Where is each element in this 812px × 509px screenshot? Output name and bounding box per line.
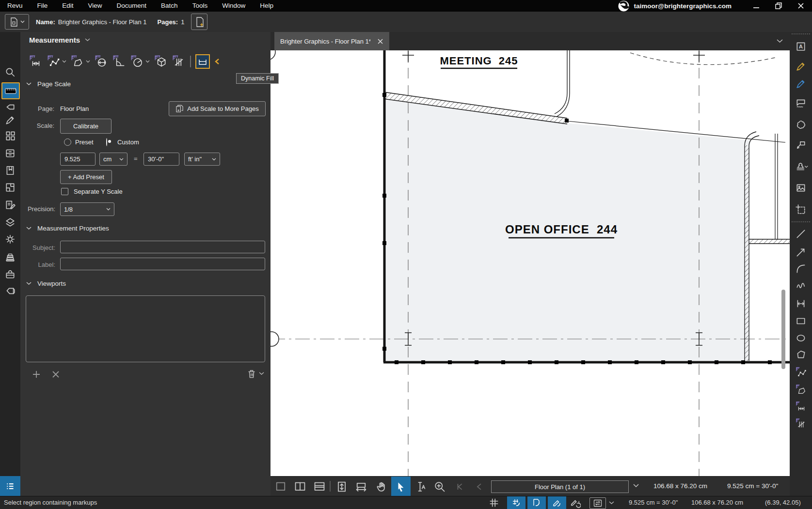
page-selector[interactable]: Floor Plan (1 of 1) xyxy=(491,480,629,493)
pen-tool-gold-icon[interactable] xyxy=(796,61,806,72)
snapshot-tool-icon[interactable] xyxy=(796,204,806,215)
add-viewport-button[interactable] xyxy=(31,369,42,380)
separate-y-scale-checkbox[interactable] xyxy=(61,188,68,195)
close-tab-icon[interactable] xyxy=(377,38,383,45)
fit-page-icon[interactable] xyxy=(335,480,348,493)
tab-list-chevron-icon[interactable] xyxy=(777,39,783,43)
volume-tool-icon[interactable] xyxy=(154,55,168,68)
menu-edit[interactable]: Edit xyxy=(55,0,80,12)
custom-radio[interactable] xyxy=(106,138,107,146)
layers-tab-icon[interactable] xyxy=(5,217,16,228)
select-tool-button[interactable] xyxy=(391,477,411,496)
delete-options-chevron-icon[interactable] xyxy=(259,372,264,375)
image-tool-icon[interactable] xyxy=(796,183,806,193)
snap-to-grid-toggle[interactable] xyxy=(507,496,525,509)
scale-from-input[interactable] xyxy=(60,153,96,166)
menu-batch[interactable]: Batch xyxy=(154,0,185,12)
cloud-tool-icon[interactable] xyxy=(796,119,806,130)
file-access-tab-icon[interactable] xyxy=(5,148,16,158)
scale-from-unit-select[interactable]: cm xyxy=(99,153,127,166)
properties-tab-icon[interactable] xyxy=(5,102,16,112)
diameter-tool-icon[interactable] xyxy=(95,55,108,68)
dimension-tool-icon[interactable] xyxy=(796,298,806,309)
pen-tool-blue-icon[interactable] xyxy=(796,78,806,89)
subject-input[interactable] xyxy=(60,241,265,253)
markup-tools-icon[interactable] xyxy=(5,115,16,125)
pan-hand-icon[interactable] xyxy=(375,480,388,493)
polyline-tool-icon[interactable] xyxy=(796,280,806,291)
menu-view[interactable]: View xyxy=(81,0,110,12)
count-measure-icon[interactable] xyxy=(796,418,806,429)
search-icon[interactable] xyxy=(5,67,16,77)
active-document-tab[interactable]: Brighter Graphics - Floor Plan 1* xyxy=(274,32,389,50)
spaces-tab-icon[interactable] xyxy=(5,182,16,193)
delete-trash-icon[interactable] xyxy=(246,369,257,379)
precision-select[interactable]: 1/8 xyxy=(60,202,114,216)
arrow-tool-icon[interactable] xyxy=(796,247,806,258)
ellipse-tool-icon[interactable] xyxy=(796,333,806,343)
panel-menu-chevron-icon[interactable] xyxy=(85,38,90,42)
area-dropdown-chevron-icon[interactable] xyxy=(86,60,90,63)
stamp-tool-icon[interactable] xyxy=(796,161,806,172)
measurements-panel-tab[interactable] xyxy=(1,82,20,99)
length-tool-icon[interactable] xyxy=(29,55,43,68)
document-selector-button[interactable] xyxy=(5,14,29,30)
fit-width-icon[interactable] xyxy=(355,480,367,493)
add-preset-button[interactable]: + Add Preset xyxy=(60,170,112,184)
insert-pages-button[interactable] xyxy=(191,14,207,30)
calibrate-button[interactable]: Calibrate xyxy=(60,119,111,134)
grid-toggle-icon[interactable] xyxy=(489,497,499,508)
area-tool-icon[interactable] xyxy=(71,55,84,68)
settings-gear-icon[interactable] xyxy=(5,234,16,245)
close-window-button[interactable] xyxy=(790,0,812,12)
single-pane-icon[interactable] xyxy=(274,480,287,493)
canvas-vertical-scrollbar[interactable] xyxy=(781,290,785,369)
collapse-toolbar-icon[interactable] xyxy=(214,58,220,65)
label-input[interactable] xyxy=(60,258,265,270)
markups-list-tab-icon[interactable] xyxy=(5,200,16,210)
split-vertical-icon[interactable] xyxy=(294,480,306,493)
polylength-measure-icon[interactable] xyxy=(796,367,806,377)
page-scale-section-header[interactable]: Page Scale xyxy=(26,80,71,88)
scale-to-unit-select[interactable]: ft' in" xyxy=(184,153,220,166)
menu-help[interactable]: Help xyxy=(253,0,281,12)
select-text-icon[interactable] xyxy=(414,480,427,493)
minimize-button[interactable] xyxy=(745,0,767,12)
restore-button[interactable] xyxy=(767,0,790,12)
line-tool-icon[interactable] xyxy=(796,229,806,239)
radius-dropdown-chevron-icon[interactable] xyxy=(145,60,150,63)
menu-window[interactable]: Window xyxy=(215,0,253,12)
swap-options-chevron-icon[interactable] xyxy=(609,501,614,505)
menu-document[interactable]: Document xyxy=(110,0,154,12)
menu-revu[interactable]: Revu xyxy=(0,0,30,12)
zoom-tool-icon[interactable] xyxy=(433,480,446,493)
scale-to-input[interactable] xyxy=(143,153,179,166)
snap-to-content-toggle[interactable] xyxy=(527,496,546,509)
page-selector-chevron-icon[interactable] xyxy=(633,484,639,488)
preset-radio[interactable] xyxy=(64,139,71,146)
arc-tool-icon[interactable] xyxy=(796,263,806,274)
custom-radio-label[interactable]: Custom xyxy=(117,139,139,146)
tool-chest-tab-icon[interactable] xyxy=(5,251,16,262)
length-measure-icon[interactable] xyxy=(796,401,806,412)
pdf-canvas[interactable]: MEETING 245 OPEN OFFICE 244 xyxy=(271,50,790,476)
angle-tool-icon[interactable] xyxy=(112,55,126,68)
split-horizontal-icon[interactable] xyxy=(313,480,326,493)
thumbnails-tab-icon[interactable] xyxy=(5,130,16,141)
dynamic-fill-tool-icon[interactable] xyxy=(195,54,210,69)
note-tool-icon[interactable] xyxy=(796,98,806,108)
remove-viewport-button[interactable] xyxy=(50,369,61,380)
count-tool-icon[interactable] xyxy=(172,55,186,68)
viewports-section-header[interactable]: Viewports xyxy=(26,280,66,287)
rectangle-tool-icon[interactable] xyxy=(796,316,806,326)
separate-y-scale-label[interactable]: Separate Y Scale xyxy=(74,188,123,195)
callout-tool-icon[interactable] xyxy=(796,140,806,151)
add-scale-to-more-pages-button[interactable]: Add Scale to More Pages xyxy=(169,101,266,116)
bookmarks-tab-icon[interactable] xyxy=(5,165,16,176)
polygon-tool-icon[interactable] xyxy=(796,349,806,360)
polylength-tool-icon[interactable] xyxy=(47,55,61,68)
text-box-tool-icon[interactable]: A xyxy=(796,41,806,52)
measurement-properties-section-header[interactable]: Measurement Properties xyxy=(26,225,109,232)
menu-tools[interactable]: Tools xyxy=(185,0,215,12)
account-email[interactable]: taimoor@brightergraphics.com xyxy=(634,2,732,10)
